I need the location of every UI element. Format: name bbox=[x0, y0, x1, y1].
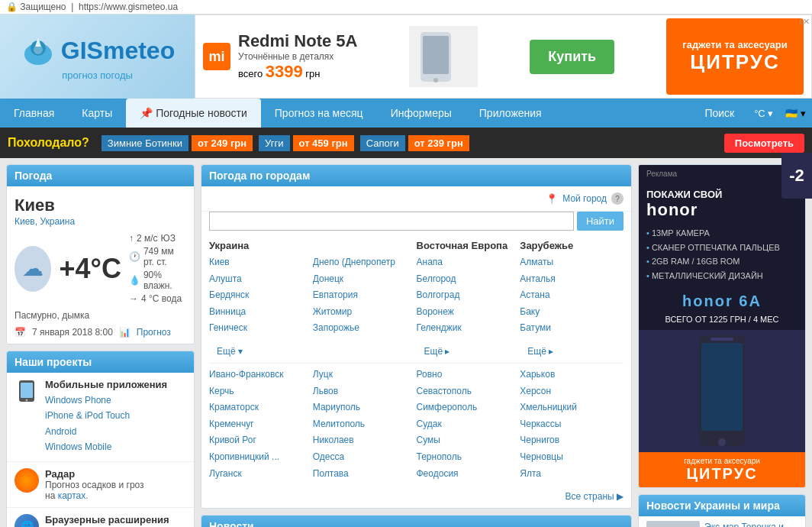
city-simferopol[interactable]: Симферополь bbox=[417, 399, 520, 416]
svg-rect-13 bbox=[710, 338, 733, 341]
city-kharkov[interactable]: Харьков bbox=[520, 367, 624, 383]
city-kerch[interactable]: Керчь bbox=[209, 383, 313, 400]
city-kropivnitskiy[interactable]: Кропивницкий ... bbox=[209, 449, 313, 466]
citrus-bottom-subtitle: гаджети та аксесуари bbox=[684, 457, 760, 465]
city-khmelnitskiy[interactable]: Хмельницкий bbox=[520, 399, 624, 416]
city-ivano-frankovsk[interactable]: Иванo-Франковск bbox=[209, 367, 313, 383]
city-sudak[interactable]: Судак bbox=[417, 416, 520, 433]
city-voronezh[interactable]: Воронеж bbox=[417, 304, 520, 321]
nav-flag[interactable]: 🇺🇦 ▾ bbox=[779, 108, 812, 119]
city-mariupol[interactable]: Мариуполь bbox=[313, 399, 417, 416]
city-baku[interactable]: Баку bbox=[520, 304, 624, 321]
water-icon: → bbox=[129, 293, 138, 304]
help-icon[interactable]: ? bbox=[611, 192, 624, 205]
city-kramatorsk[interactable]: Краматорск bbox=[209, 399, 313, 416]
city-lvov[interactable]: Львов bbox=[313, 383, 417, 400]
nav-maps[interactable]: Карты bbox=[68, 99, 126, 128]
city-search-input[interactable] bbox=[209, 212, 574, 231]
news-header: Новости bbox=[201, 516, 631, 527]
city-vinnitsa[interactable]: Винница bbox=[209, 304, 313, 321]
city-anapa[interactable]: Анапа bbox=[417, 254, 520, 271]
ad-info[interactable]: i bbox=[800, 17, 801, 27]
pressure-detail: 🕐 749 мм рт. ст. bbox=[129, 246, 186, 267]
city-feodosiya[interactable]: Феодосия bbox=[417, 466, 520, 483]
city-rovno[interactable]: Ровно bbox=[417, 367, 520, 383]
cities-col-ukraine1: Украина Киев Алушта Бердянск Винница Ген… bbox=[209, 237, 313, 337]
forecast-link[interactable]: Прогноз bbox=[137, 327, 171, 338]
city-gelendzhik[interactable]: Геленджик bbox=[417, 320, 520, 337]
city-astana[interactable]: Астана bbox=[520, 287, 624, 304]
link-windows-mobile[interactable]: Windows Mobile bbox=[45, 439, 167, 454]
city-chernovtsy[interactable]: Черновцы bbox=[520, 449, 624, 466]
city-zhitomir[interactable]: Житомир bbox=[313, 304, 417, 321]
radar-icon bbox=[14, 468, 39, 493]
city-antalya[interactable]: Анталья bbox=[520, 271, 624, 288]
city-alushta[interactable]: Алушта bbox=[209, 271, 313, 288]
city-batumi[interactable]: Батуми bbox=[520, 320, 624, 337]
link-iphone-ipod[interactable]: iPhone & iPod Touch bbox=[45, 408, 167, 423]
city-poltava[interactable]: Полтава bbox=[313, 466, 417, 483]
nav-temp-unit[interactable]: °C ▾ bbox=[748, 108, 779, 119]
ad-buy-button[interactable]: Купить bbox=[530, 40, 614, 74]
nav-home[interactable]: Главная bbox=[0, 99, 68, 128]
city-belgorod[interactable]: Белгород bbox=[417, 271, 520, 288]
cities-col-ukraine2: Днепо (Днепропетр Донецк Евпатория Житом… bbox=[313, 237, 417, 337]
city-lugansk[interactable]: Луганск bbox=[209, 466, 313, 483]
city-almaty[interactable]: Алматы bbox=[520, 254, 624, 271]
city-odessa[interactable]: Одесса bbox=[313, 449, 417, 466]
radar-map-link[interactable]: картах. bbox=[58, 490, 89, 501]
honor-ad-header: ПОКАЖИ СВОЙ honor bbox=[639, 183, 805, 223]
my-city-link[interactable]: Мой город bbox=[562, 193, 607, 204]
city-melitopol[interactable]: Мелитополь bbox=[313, 416, 417, 433]
humidity-detail: 💧 90% влажн. bbox=[129, 270, 186, 291]
city-dnepro[interactable]: Днепо (Днепропетр bbox=[313, 254, 417, 271]
link-windows-phone[interactable]: Windows Phone bbox=[45, 393, 167, 408]
ad-mi-section: mi Redmi Note 5A Уточнённые в деталях вс… bbox=[203, 31, 357, 82]
nav-informers[interactable]: Информеры bbox=[377, 99, 466, 128]
city-lutsk[interactable]: Луцк bbox=[313, 367, 417, 383]
link-android[interactable]: Android bbox=[45, 424, 167, 439]
browser-content: Браузерные расширения bbox=[45, 514, 169, 525]
city-cherkassy[interactable]: Черкассы bbox=[520, 416, 624, 433]
promo-button[interactable]: Посмотреть bbox=[724, 134, 804, 153]
svg-rect-5 bbox=[423, 36, 449, 74]
nav-forecast[interactable]: Прогноз на месяц bbox=[261, 99, 377, 128]
city-evpatoriya[interactable]: Евпатория bbox=[313, 287, 417, 304]
city-search-button[interactable]: Найти bbox=[577, 212, 624, 231]
city-search-row: Найти bbox=[201, 212, 631, 237]
city-donetsk[interactable]: Донецк bbox=[313, 271, 417, 288]
browser-title: Браузерные расширения bbox=[45, 514, 169, 525]
city-volgograd[interactable]: Волгоград bbox=[417, 287, 520, 304]
cities-col-bottom3: Ровно Севастополь Симферополь Судак Сумы… bbox=[417, 367, 520, 482]
nav-news[interactable]: 📌Погодные новости bbox=[126, 99, 261, 128]
humidity-icon: 💧 bbox=[129, 275, 140, 286]
city-krivoy-rog[interactable]: Кривой Рог bbox=[209, 432, 313, 449]
city-kremenchug[interactable]: Кременчуг bbox=[209, 416, 313, 433]
city-region-link[interactable]: Киев, Украина bbox=[14, 216, 75, 227]
citrus-bottom-ad: гаджети та аксесуари ЦИТРУС bbox=[639, 452, 805, 487]
nav-search[interactable]: Поиск bbox=[691, 99, 748, 128]
more-btn-ukraine[interactable]: Ещё ▾ bbox=[217, 346, 313, 357]
city-berdyansk[interactable]: Бердянск bbox=[209, 287, 313, 304]
more-btn-east[interactable]: Ещё ▸ bbox=[424, 346, 520, 357]
svg-point-9 bbox=[26, 399, 28, 402]
city-sevastopol[interactable]: Севастополь bbox=[417, 383, 520, 400]
mobile-project-links: Windows Phone iPhone & iPod Touch Androi… bbox=[45, 393, 167, 455]
city-sumy[interactable]: Сумы bbox=[417, 432, 520, 449]
city-chernigov[interactable]: Чернигов bbox=[520, 432, 624, 449]
right-news-link-1[interactable]: Экс-мэр Торецка и еще 6 человек отказали… bbox=[704, 521, 798, 527]
cities-header: Погода по городам bbox=[201, 165, 631, 186]
city-yalta[interactable]: Ялта bbox=[520, 466, 624, 483]
nav-apps[interactable]: Приложения bbox=[466, 99, 556, 128]
all-countries-link[interactable]: Все страны ▶ bbox=[201, 488, 631, 508]
ad-close[interactable]: ✕ bbox=[803, 17, 810, 27]
wind-dir: ЮЗ bbox=[161, 233, 176, 244]
city-nikolaev[interactable]: Николаев bbox=[313, 432, 417, 449]
city-genichesk[interactable]: Геническ bbox=[209, 320, 313, 337]
city-ternopol[interactable]: Тернополь bbox=[417, 449, 520, 466]
city-kyiv[interactable]: Киев bbox=[209, 254, 313, 271]
more-btn-abroad[interactable]: Ещё ▸ bbox=[527, 346, 624, 357]
city-kherson[interactable]: Херсон bbox=[520, 383, 624, 400]
projects-panel: Наши проекты Мобильные приложения Window… bbox=[6, 351, 195, 527]
city-zaporozhe[interactable]: Запорожье bbox=[313, 320, 417, 337]
